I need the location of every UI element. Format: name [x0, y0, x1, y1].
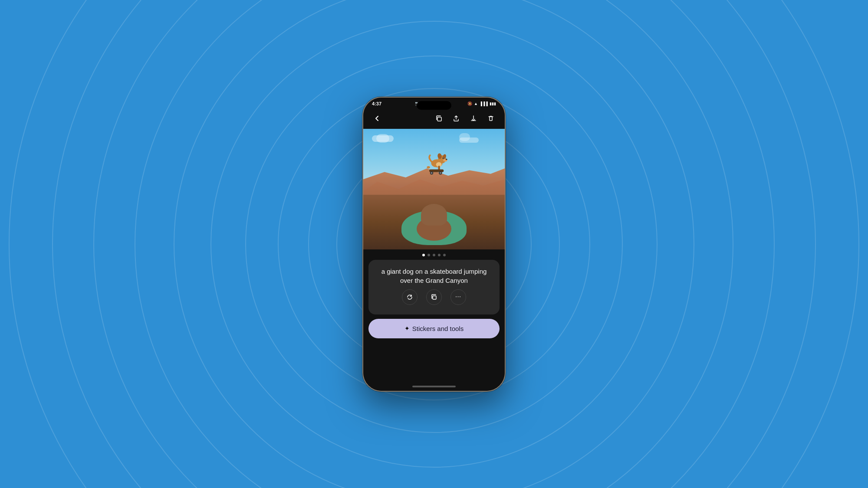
dynamic-island	[417, 101, 451, 110]
status-bar: 4:37 📷 ⏱ f • 🔕 ▲ ▐▐▐ ▮▮▮	[363, 98, 505, 108]
svg-point-16	[431, 172, 432, 174]
generated-image	[363, 129, 505, 249]
stickers-icon: ✦	[404, 325, 410, 332]
svg-rect-0	[437, 117, 441, 121]
refresh-button[interactable]	[402, 289, 418, 305]
mute-status-icon: 🔕	[467, 102, 472, 106]
dot-5[interactable]	[443, 254, 446, 256]
power-button	[505, 150, 506, 176]
dot-4[interactable]	[438, 254, 441, 256]
status-time: 4:37	[372, 101, 381, 106]
stickers-tools-button[interactable]: ✦ Stickers and tools	[368, 319, 500, 338]
phone-screen: 4:37 📷 ⏱ f • 🔕 ▲ ▐▐▐ ▮▮▮	[363, 98, 505, 391]
prompt-text: a giant dog on a skateboard jumping over…	[375, 267, 493, 285]
more-options-button[interactable]: ···	[450, 289, 466, 305]
home-indicator-area	[363, 383, 505, 391]
svg-point-7	[442, 157, 444, 159]
copy-button[interactable]	[432, 111, 446, 125]
nav-right-icons	[432, 111, 498, 125]
phone-frame: 4:37 📷 ⏱ f • 🔕 ▲ ▐▐▐ ▮▮▮	[362, 97, 506, 392]
image-dots	[363, 249, 505, 260]
delete-button[interactable]	[484, 111, 498, 125]
content-area: a giant dog on a skateboard jumping over…	[363, 260, 505, 383]
river-area	[363, 195, 505, 249]
svg-point-8	[443, 157, 444, 158]
download-button[interactable]	[467, 111, 480, 125]
back-button[interactable]	[370, 111, 384, 125]
signal-status-icon: ▐▐▐	[480, 102, 488, 106]
svg-point-17	[440, 172, 441, 174]
prompt-box: a giant dog on a skateboard jumping over…	[368, 260, 500, 314]
nav-bar	[363, 108, 505, 129]
action-icons-row: ···	[375, 285, 493, 308]
stickers-label: Stickers and tools	[412, 325, 464, 332]
svg-point-6	[445, 158, 447, 160]
battery-status-icon: ▮▮▮	[490, 102, 496, 106]
home-bar	[412, 386, 456, 387]
dot-2[interactable]	[427, 254, 430, 256]
dog-skateboard	[425, 151, 449, 178]
canyon-scene	[363, 129, 505, 249]
status-right-icons: 🔕 ▲ ▐▐▐ ▮▮▮	[467, 102, 496, 106]
dot-3[interactable]	[433, 254, 435, 256]
dot-1[interactable]	[422, 254, 425, 256]
wifi-status-icon: ▲	[474, 102, 478, 106]
svg-rect-18	[433, 296, 436, 299]
duplicate-button[interactable]	[426, 289, 442, 305]
share-button[interactable]	[449, 111, 463, 125]
svg-point-11	[427, 166, 430, 169]
center-rock-formation	[421, 204, 447, 226]
